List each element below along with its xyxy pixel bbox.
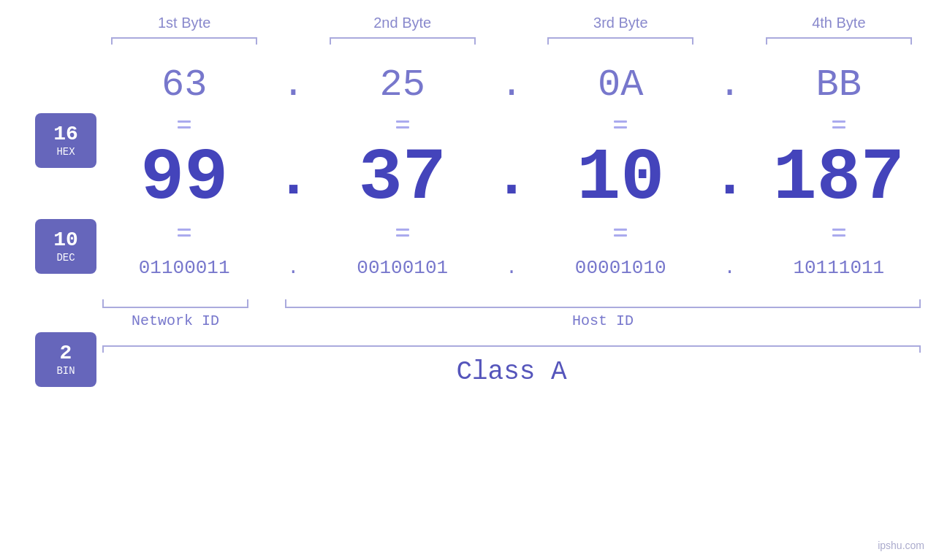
class-label: Class A [102, 357, 921, 387]
hex-byte-3: 0A [547, 64, 693, 107]
dec-byte-3: 10 [547, 137, 693, 220]
bin-byte-1: 01100011 [111, 257, 257, 279]
bin-dot-3: . [712, 257, 748, 279]
badge-hex: 16 HEX [35, 113, 96, 168]
eq-line [396, 229, 409, 231]
dec-byte-4: 187 [766, 137, 912, 220]
badge-dec-label: DEC [56, 252, 75, 264]
badge-hex-number: 16 [53, 124, 78, 145]
byte-header-4: 4th Byte [766, 15, 912, 31]
badge-bin-label: BIN [56, 365, 75, 377]
watermark: ipshu.com [878, 540, 924, 551]
top-bracket-2 [330, 37, 476, 45]
badge-dec-number: 10 [53, 230, 78, 250]
dec-dot-3: . [712, 134, 748, 222]
eq-line [832, 234, 845, 237]
eq-line [614, 120, 627, 123]
hex-byte-4: BB [766, 64, 912, 107]
hex-dot-2: . [493, 64, 530, 107]
byte-header-3: 3rd Byte [547, 15, 693, 31]
eq-line [832, 126, 845, 129]
id-labels: Network ID Host ID [102, 312, 921, 329]
dec-row: 99 . 37 . 10 . 187 [102, 134, 921, 222]
eq-line [396, 234, 409, 237]
dec-byte-2: 37 [330, 137, 476, 220]
bin-byte-2: 00100101 [330, 257, 476, 279]
eq-line [178, 229, 191, 231]
class-bracket-right [919, 345, 921, 353]
badge-dec: 10 DEC [35, 219, 96, 274]
eq-line [832, 120, 845, 123]
bin-dot-1: . [275, 257, 311, 279]
host-id-label: Host ID [285, 312, 921, 329]
hex-byte-1: 63 [111, 64, 257, 107]
top-bracket-4 [766, 37, 912, 45]
badge-bin: 2 BIN [35, 332, 96, 387]
eq-line [614, 234, 627, 237]
eq-line [614, 229, 627, 231]
badge-hex-label: HEX [56, 146, 75, 158]
equals-row-2 [102, 222, 921, 242]
dec-byte-1: 99 [111, 137, 257, 220]
bin-row: 01100011 . 00100101 . 00001010 . 1011101… [102, 242, 921, 294]
dec-dot-1: . [275, 134, 311, 222]
bin-byte-3: 00001010 [547, 257, 693, 279]
host-id-bracket [285, 299, 921, 308]
network-id-bracket [102, 299, 248, 308]
eq-line [832, 229, 845, 231]
hex-byte-2: 25 [330, 64, 476, 107]
eq-line [178, 126, 191, 129]
equals-row-1 [102, 114, 921, 134]
bin-byte-4: 10111011 [766, 257, 912, 279]
eq-line [396, 120, 409, 123]
hex-dot-3: . [712, 64, 748, 107]
badge-bin-number: 2 [60, 343, 72, 364]
class-bracket-line [102, 345, 921, 347]
class-bracket-left [102, 345, 104, 353]
id-brackets [102, 299, 921, 308]
eq-line [614, 126, 627, 129]
hex-dot-1: . [275, 64, 311, 107]
hex-row: 63 . 25 . 0A . BB [102, 55, 921, 114]
eq-line [178, 234, 191, 237]
eq-line [178, 120, 191, 123]
bin-dot-2: . [493, 257, 530, 279]
page-root: 16 HEX 10 DEC 2 BIN 1st Byte 2nd Byte 3r… [0, 0, 939, 560]
top-bracket-3 [547, 37, 693, 45]
dec-dot-2: . [493, 134, 530, 222]
network-id-label: Network ID [102, 312, 248, 329]
top-bracket-1 [111, 37, 257, 45]
byte-header-2: 2nd Byte [330, 15, 476, 31]
byte-header-1: 1st Byte [111, 15, 257, 31]
eq-line [396, 126, 409, 129]
